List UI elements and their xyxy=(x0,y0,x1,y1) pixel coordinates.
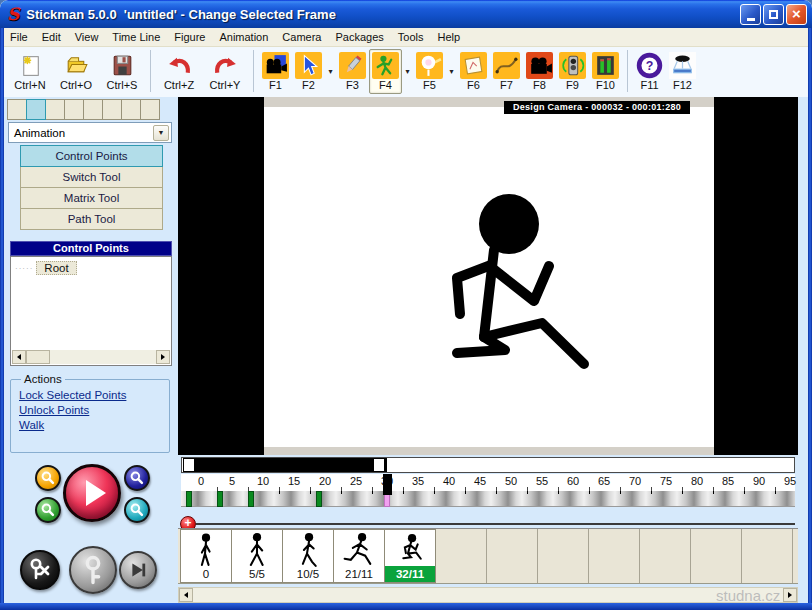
tree-item-root[interactable]: ····· Root xyxy=(15,261,171,275)
timeline-range-selector[interactable] xyxy=(181,457,795,473)
window-border-left xyxy=(0,28,4,610)
range-start-handle[interactable] xyxy=(183,458,195,472)
keyframe-marker-21[interactable] xyxy=(316,491,322,507)
scrollbar-track[interactable] xyxy=(193,588,783,602)
stickman-figure[interactable] xyxy=(264,107,714,447)
menu-help[interactable]: Help xyxy=(430,29,467,45)
zoom-navy-button[interactable] xyxy=(124,465,150,491)
tool-button-switch-tool[interactable]: Switch Tool xyxy=(20,166,163,188)
toolbar-button-f10[interactable]: F10 xyxy=(589,49,622,94)
tool-button-path-tool[interactable]: Path Tool xyxy=(20,208,163,230)
menu-packages[interactable]: Packages xyxy=(328,29,390,45)
toolbar-button-f3[interactable]: F3 xyxy=(336,49,369,94)
sidebar-tab-4[interactable] xyxy=(64,99,84,120)
toolbar-button-f7[interactable]: F7 xyxy=(490,49,523,94)
frame-thumbnail-32-11[interactable]: 32/11 xyxy=(384,529,436,583)
range-end-handle[interactable] xyxy=(373,458,385,472)
scroll-thumb[interactable] xyxy=(26,350,50,364)
frames-horizontal-scrollbar[interactable] xyxy=(178,587,798,603)
zoom-orange-button[interactable] xyxy=(35,465,61,491)
tool-button-matrix-tool[interactable]: Matrix Tool xyxy=(20,187,163,209)
keyframe-strip[interactable] xyxy=(181,491,795,507)
frame-slot-empty[interactable] xyxy=(487,529,538,583)
menu-tools[interactable]: Tools xyxy=(391,29,431,45)
frame-slot-empty[interactable] xyxy=(436,529,487,583)
category-dropdown[interactable]: Animation ▼ xyxy=(8,122,172,143)
tool-button-control-points[interactable]: Control Points xyxy=(20,145,163,167)
toolbar-button-ctrl-n[interactable]: Ctrl+N xyxy=(7,49,53,94)
toolbar-button-f1[interactable]: F1 xyxy=(259,49,292,94)
frame-thumbnail-10-5[interactable]: 10/5 xyxy=(282,529,334,583)
close-button[interactable]: × xyxy=(786,4,807,25)
scroll-right-button[interactable] xyxy=(156,350,170,364)
scroll-left-button[interactable] xyxy=(12,350,26,364)
frame-thumbnail-0[interactable]: 0 xyxy=(180,529,232,583)
keyframe-marker-0[interactable] xyxy=(186,491,192,507)
strip-tick xyxy=(682,491,683,494)
step-forward-button[interactable] xyxy=(119,551,157,589)
sidebar-tab-3[interactable] xyxy=(45,99,65,120)
sidebar-tab-2[interactable] xyxy=(26,99,46,120)
play-button[interactable] xyxy=(63,464,121,522)
sidebar-tab-5[interactable] xyxy=(83,99,103,120)
lock-key-button[interactable] xyxy=(69,546,117,594)
toolbar-button-ctrl-s[interactable]: Ctrl+S xyxy=(99,49,145,94)
unlock-key-button[interactable] xyxy=(20,550,60,590)
menu-view[interactable]: View xyxy=(68,29,106,45)
frame-thumbnail-21-11[interactable]: 21/11 xyxy=(333,529,385,583)
menu-animation[interactable]: Animation xyxy=(212,29,275,45)
maximize-button[interactable] xyxy=(763,4,784,25)
app-window: S Stickman 5.0.0 'untitled' - Change Sel… xyxy=(0,0,812,610)
chevron-down-icon[interactable]: ▼ xyxy=(153,125,169,141)
toolbar-split-arrow-f4[interactable]: ▾ xyxy=(402,49,413,93)
toolbar-button-ctrl-z[interactable]: Ctrl+Z xyxy=(156,49,202,94)
toolbar-button-ctrl-y[interactable]: Ctrl+Y xyxy=(202,49,248,94)
frame-slot-empty[interactable] xyxy=(691,529,742,583)
triangle-right-icon xyxy=(788,592,792,598)
toolbar-button-f5[interactable]: F5 xyxy=(413,49,446,94)
scroll-left-button[interactable] xyxy=(179,588,193,602)
current-frame-marker[interactable] xyxy=(383,474,392,495)
sidebar-tab-8[interactable] xyxy=(140,99,160,120)
selected-range-bar[interactable] xyxy=(183,458,387,472)
toolbar-split-arrow-f2[interactable]: ▾ xyxy=(325,49,336,93)
frame-slot-empty[interactable] xyxy=(742,529,793,583)
menu-time-line[interactable]: Time Line xyxy=(105,29,167,45)
save-floppy-icon xyxy=(109,52,136,79)
toolbar-button-f6[interactable]: F6 xyxy=(457,49,490,94)
tool-button-group: Control PointsSwitch ToolMatrix ToolPath… xyxy=(20,146,163,230)
toolbar-split-arrow-f5[interactable]: ▾ xyxy=(446,49,457,93)
frame-slot-empty[interactable] xyxy=(589,529,640,583)
scroll-right-button[interactable] xyxy=(783,588,797,602)
sidebar-tab-7[interactable] xyxy=(121,99,141,120)
sidebar-tab-6[interactable] xyxy=(102,99,122,120)
keyframe-marker-5[interactable] xyxy=(217,491,223,507)
action-link-lock-selected-points[interactable]: Lock Selected Points xyxy=(19,389,161,401)
action-link-walk[interactable]: Walk xyxy=(19,419,161,431)
menu-file[interactable]: File xyxy=(3,29,35,45)
timeline-ruler[interactable]: 05101520253035404550556065707580859095 xyxy=(181,474,795,491)
keyframe-marker-10[interactable] xyxy=(248,491,254,507)
toolbar-button-f12[interactable]: F12 xyxy=(666,49,699,94)
toolbar-button-f4[interactable]: F4 xyxy=(369,49,402,94)
frame-slot-empty[interactable] xyxy=(640,529,691,583)
frame-thumbnail-5-5[interactable]: 5/5 xyxy=(231,529,283,583)
tree-horizontal-scrollbar[interactable] xyxy=(12,350,170,364)
menu-figure[interactable]: Figure xyxy=(167,29,212,45)
action-link-unlock-points[interactable]: Unlock Points xyxy=(19,404,161,416)
toolbar-button-f11[interactable]: ?F11 xyxy=(633,49,666,94)
sidebar-tab-1[interactable] xyxy=(7,99,27,120)
zoom-green-button[interactable] xyxy=(35,497,61,523)
frame-slot-empty[interactable] xyxy=(538,529,589,583)
frame-figure xyxy=(334,531,384,568)
menu-camera[interactable]: Camera xyxy=(275,29,328,45)
minimize-button[interactable] xyxy=(740,4,761,25)
toolbar-button-ctrl-o[interactable]: Ctrl+O xyxy=(53,49,99,94)
zoom-teal-button[interactable] xyxy=(124,497,150,523)
menu-edit[interactable]: Edit xyxy=(35,29,68,45)
toolbar-button-f2[interactable]: F2 xyxy=(292,49,325,94)
toolbar-button-f8[interactable]: F8 xyxy=(523,49,556,94)
redo-arrow-icon xyxy=(212,52,239,79)
stage-area: Design Camera - 000032 - 000:01:280 xyxy=(178,97,798,455)
toolbar-button-f9[interactable]: F9 xyxy=(556,49,589,94)
